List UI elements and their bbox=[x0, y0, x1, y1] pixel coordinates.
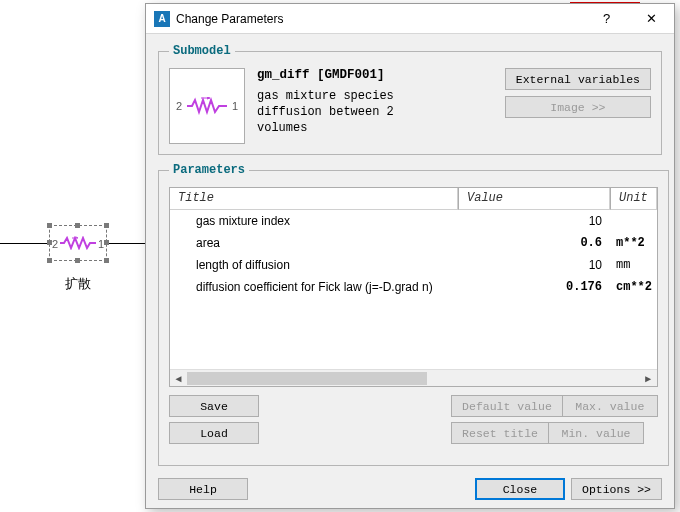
parameters-group: Parameters Title Value Unit gas mixture … bbox=[158, 163, 669, 466]
param-title: diffusion coefficient for Fick law (j=-D… bbox=[170, 280, 458, 294]
titlebar-help-button[interactable]: ? bbox=[584, 4, 629, 34]
load-button[interactable]: Load bbox=[169, 422, 259, 444]
table-hscrollbar[interactable]: ◄ ► bbox=[170, 369, 657, 386]
submodel-desc-line: gas mixture species bbox=[257, 88, 493, 104]
app-icon: A bbox=[154, 11, 170, 27]
titlebar-close-button[interactable]: ✕ bbox=[629, 4, 674, 34]
submodel-desc-line: volumes bbox=[257, 120, 493, 136]
block-caption[interactable]: 扩散 bbox=[50, 275, 106, 293]
block-port-2-label: 2 bbox=[52, 238, 58, 250]
dialog-titlebar[interactable]: A Change Parameters ? ✕ bbox=[146, 4, 674, 34]
scroll-track[interactable] bbox=[187, 370, 640, 387]
submodel-desc-line: diffusion between 2 bbox=[257, 104, 493, 120]
param-unit[interactable]: m**2 bbox=[610, 236, 657, 250]
param-title: length of diffusion bbox=[170, 258, 458, 272]
submodel-legend: Submodel bbox=[169, 44, 235, 58]
thumb-port-2: 2 bbox=[176, 100, 182, 112]
block-port-1-label: 1 bbox=[98, 238, 104, 250]
table-row[interactable]: area 0.6 m**2 bbox=[170, 232, 657, 254]
image-button[interactable]: Image >> bbox=[505, 96, 651, 118]
parameters-legend: Parameters bbox=[169, 163, 249, 177]
parameters-tbody: gas mixture index 10 area 0.6 m**2 lengt… bbox=[170, 210, 657, 369]
parameters-table: Title Value Unit gas mixture index 10 ar… bbox=[169, 187, 658, 387]
scroll-right-icon[interactable]: ► bbox=[640, 370, 657, 387]
submodel-thumbnail[interactable]: 2 1 bbox=[169, 68, 245, 144]
diffusion-icon bbox=[58, 236, 98, 250]
param-title: gas mixture index bbox=[170, 214, 458, 228]
param-value[interactable]: 10 bbox=[458, 258, 610, 272]
thumb-port-1: 1 bbox=[232, 100, 238, 112]
param-value[interactable]: 0.6 bbox=[458, 236, 610, 250]
min-value-button[interactable]: Min. value bbox=[549, 422, 644, 444]
table-row[interactable]: gas mixture index 10 bbox=[170, 210, 657, 232]
scroll-left-icon[interactable]: ◄ bbox=[170, 370, 187, 387]
submodel-group: Submodel 2 1 gm_diff [GMDF001] gas mixtu… bbox=[158, 44, 662, 155]
close-button[interactable]: Close bbox=[475, 478, 565, 500]
param-value[interactable]: 10 bbox=[458, 214, 610, 228]
table-row[interactable]: length of diffusion 10 mm bbox=[170, 254, 657, 276]
save-button[interactable]: Save bbox=[169, 395, 259, 417]
default-value-button[interactable]: Default value bbox=[451, 395, 563, 417]
col-header-unit[interactable]: Unit bbox=[610, 188, 657, 210]
param-title: area bbox=[170, 236, 458, 250]
col-header-value[interactable]: Value bbox=[458, 188, 610, 210]
col-header-title[interactable]: Title bbox=[170, 188, 458, 210]
dialog-title: Change Parameters bbox=[176, 12, 584, 26]
table-row[interactable]: diffusion coefficient for Fick law (j=-D… bbox=[170, 276, 657, 298]
diffusion-icon bbox=[185, 97, 229, 115]
change-parameters-dialog: A Change Parameters ? ✕ Submodel 2 1 gm_… bbox=[145, 3, 675, 509]
param-value[interactable]: 0.176 bbox=[458, 280, 610, 294]
external-variables-button[interactable]: External variables bbox=[505, 68, 651, 90]
submodel-name: gm_diff [GMDF001] bbox=[257, 68, 493, 82]
param-unit[interactable]: mm bbox=[610, 258, 657, 272]
options-button[interactable]: Options >> bbox=[571, 478, 662, 500]
max-value-button[interactable]: Max. value bbox=[563, 395, 658, 417]
reset-title-button[interactable]: Reset title bbox=[451, 422, 549, 444]
help-button[interactable]: Help bbox=[158, 478, 248, 500]
param-unit[interactable]: cm**2 bbox=[610, 280, 657, 294]
scroll-thumb[interactable] bbox=[187, 372, 427, 385]
